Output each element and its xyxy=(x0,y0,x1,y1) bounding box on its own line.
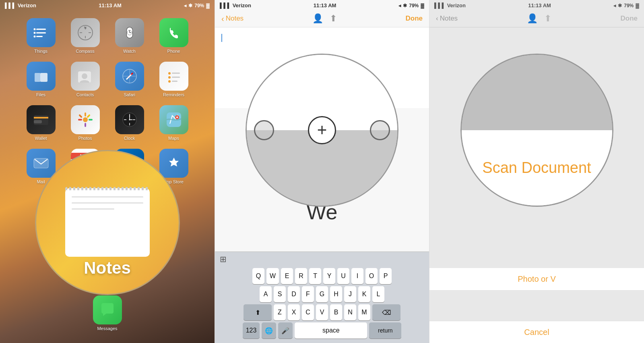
app-reminders[interactable]: Reminders xyxy=(156,62,192,97)
battery-percent: 79% xyxy=(194,3,204,8)
scan-menu-photo-item[interactable]: Photo or V xyxy=(429,268,644,291)
notes-carrier-name: Verizon xyxy=(233,2,251,8)
notes-done-button[interactable]: Done xyxy=(406,15,423,23)
carrier-name: Verizon xyxy=(18,2,36,8)
key-j[interactable]: J xyxy=(344,286,356,302)
key-a[interactable]: A xyxy=(260,286,272,302)
safari-icon[interactable] xyxy=(115,62,144,91)
key-q[interactable]: Q xyxy=(252,268,264,284)
key-n[interactable]: N xyxy=(344,304,356,320)
key-t[interactable]: T xyxy=(309,268,321,284)
magnify-side-right-icon xyxy=(370,120,390,140)
scan-share-icon[interactable]: ⬆ xyxy=(544,13,551,24)
key-b[interactable]: B xyxy=(330,304,342,320)
add-action-icon[interactable]: + xyxy=(308,116,336,144)
key-g[interactable]: G xyxy=(316,286,328,302)
status-time: 11:13 AM xyxy=(99,2,122,8)
contacts-icon[interactable] xyxy=(71,62,100,91)
key-globe[interactable]: 🌐 xyxy=(262,322,276,339)
app-contacts[interactable]: Contacts xyxy=(67,62,103,97)
notes-back-button[interactable]: ‹ Notes xyxy=(221,14,244,23)
watch-app-icon[interactable] xyxy=(115,18,144,47)
clock-icon[interactable] xyxy=(115,105,144,134)
app-compass[interactable]: N Compass xyxy=(67,18,103,54)
files-icon[interactable] xyxy=(27,62,56,91)
key-return[interactable]: return xyxy=(369,322,401,339)
key-c[interactable]: C xyxy=(302,304,314,320)
key-p[interactable]: P xyxy=(380,268,392,284)
photo-or-label: Photo or V xyxy=(518,274,556,283)
svg-rect-40 xyxy=(78,119,82,121)
key-shift[interactable]: ⬆ xyxy=(244,304,272,320)
phone-icon[interactable] xyxy=(159,18,188,47)
key-x[interactable]: X xyxy=(288,304,300,320)
app-safari[interactable]: Safari xyxy=(111,62,148,97)
keyboard-tool-table[interactable]: ⊞ xyxy=(220,254,227,264)
key-m[interactable]: M xyxy=(358,304,370,320)
key-space[interactable]: space xyxy=(295,322,367,339)
key-u[interactable]: U xyxy=(337,268,349,284)
key-w[interactable]: W xyxy=(266,268,279,284)
key-i[interactable]: I xyxy=(351,268,363,284)
maps-icon[interactable] xyxy=(159,105,188,134)
notes-nav-icons: 👤 ⬆ xyxy=(312,13,337,24)
key-f[interactable]: F xyxy=(302,286,314,302)
photos-icon[interactable] xyxy=(71,105,100,134)
app-files[interactable]: Files xyxy=(23,62,59,97)
key-y[interactable]: Y xyxy=(323,268,335,284)
bluetooth-icon: ✱ xyxy=(188,3,192,8)
scan-back-button[interactable]: ‹ Notes xyxy=(436,15,458,23)
key-r[interactable]: R xyxy=(295,268,307,284)
reminders-icon[interactable] xyxy=(159,62,188,91)
scan-done-button[interactable]: Done xyxy=(621,15,638,23)
scan-menu: Photo or V xyxy=(429,268,644,291)
svg-point-22 xyxy=(82,73,87,79)
svg-rect-43 xyxy=(87,114,91,118)
svg-point-37 xyxy=(83,117,88,122)
messages-dock-icon[interactable] xyxy=(93,295,122,324)
wallet-icon[interactable] xyxy=(27,105,56,134)
key-l[interactable]: L xyxy=(372,286,384,302)
svg-rect-33 xyxy=(172,81,178,82)
key-h[interactable]: H xyxy=(330,286,342,302)
app-messages-dock[interactable]: Messages xyxy=(93,295,122,331)
scan-document-label: Scan Document xyxy=(474,151,599,185)
contacts-label: Contacts xyxy=(76,92,94,97)
app-things[interactable]: Things xyxy=(23,18,59,54)
mail-icon[interactable] xyxy=(27,149,56,178)
files-label: Files xyxy=(36,92,45,97)
app-photos[interactable]: Photos xyxy=(67,105,103,141)
svg-rect-31 xyxy=(172,77,180,78)
reminders-label: Reminders xyxy=(163,92,184,97)
app-maps[interactable]: Maps xyxy=(156,105,192,141)
svg-rect-39 xyxy=(85,123,86,127)
share-icon[interactable]: ⬆ xyxy=(330,13,337,24)
key-123[interactable]: 123 xyxy=(243,322,260,339)
app-wallet[interactable]: Wallet xyxy=(23,105,59,141)
svg-rect-42 xyxy=(78,114,83,118)
key-v[interactable]: V xyxy=(316,304,328,320)
key-e[interactable]: E xyxy=(281,268,293,284)
app-phone[interactable]: Phone xyxy=(156,18,192,54)
key-backspace[interactable]: ⌫ xyxy=(372,304,400,320)
svg-rect-35 xyxy=(34,117,48,118)
things-icon[interactable] xyxy=(27,18,56,47)
scan-cancel-button[interactable]: Cancel xyxy=(524,328,549,337)
key-o[interactable]: O xyxy=(365,268,378,284)
key-z[interactable]: Z xyxy=(274,304,286,320)
app-watch[interactable]: Watch xyxy=(111,18,148,54)
key-s[interactable]: S xyxy=(274,286,286,302)
key-k[interactable]: K xyxy=(358,286,370,302)
key-d[interactable]: D xyxy=(288,286,300,302)
svg-point-28 xyxy=(168,72,171,75)
notes-bluetooth-icon: ✱ xyxy=(403,3,407,8)
key-mic[interactable]: 🎤 xyxy=(278,322,293,339)
battery-icon: ▓ xyxy=(206,3,210,8)
share-person-icon[interactable]: 👤 xyxy=(312,13,323,24)
appstore-icon[interactable] xyxy=(159,149,188,178)
compass-icon[interactable]: N xyxy=(71,18,100,47)
scan-person-icon[interactable]: 👤 xyxy=(527,13,538,24)
scan-back-label: Notes xyxy=(440,15,458,23)
svg-point-32 xyxy=(168,80,171,83)
app-clock[interactable]: Clock xyxy=(111,105,148,141)
